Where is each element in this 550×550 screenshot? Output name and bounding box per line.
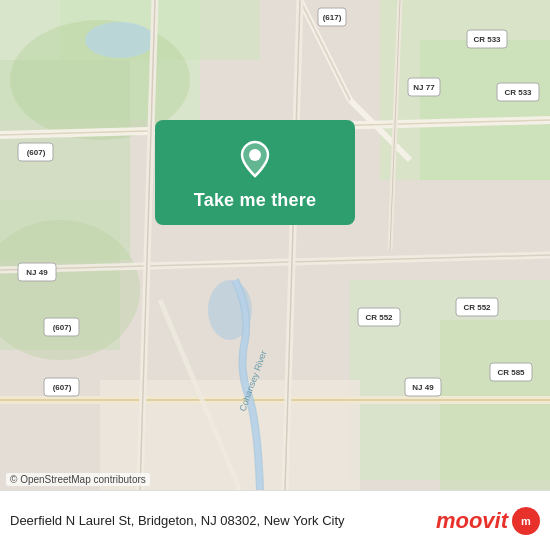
- bottom-left: Deerfield N Laurel St, Bridgeton, NJ 083…: [10, 513, 426, 528]
- moovit-icon: m: [512, 507, 540, 535]
- map-container: (617) CR 533 NJ 77 CR 533 (607) NJ 49 (6…: [0, 0, 550, 490]
- address-line: Deerfield N Laurel St, Bridgeton, NJ 083…: [10, 513, 426, 528]
- svg-text:CR 552: CR 552: [463, 303, 491, 312]
- map-credit: © OpenStreetMap contributors: [6, 473, 150, 486]
- svg-text:(617): (617): [323, 13, 342, 22]
- svg-text:(607): (607): [53, 323, 72, 332]
- svg-point-55: [249, 149, 261, 161]
- svg-point-11: [85, 22, 155, 58]
- location-pin-icon: [234, 138, 276, 180]
- take-me-there-button[interactable]: Take me there: [155, 120, 355, 225]
- svg-rect-6: [420, 40, 550, 180]
- svg-text:CR 585: CR 585: [497, 368, 525, 377]
- svg-text:NJ 49: NJ 49: [26, 268, 48, 277]
- svg-rect-10: [440, 320, 550, 490]
- svg-text:CR 533: CR 533: [504, 88, 532, 97]
- moovit-logo: moovit m: [436, 507, 540, 535]
- svg-text:m: m: [521, 515, 531, 527]
- bottom-bar: Deerfield N Laurel St, Bridgeton, NJ 083…: [0, 490, 550, 550]
- take-me-there-label: Take me there: [194, 190, 316, 211]
- svg-text:(607): (607): [53, 383, 72, 392]
- svg-text:(607): (607): [27, 148, 46, 157]
- svg-text:CR 533: CR 533: [473, 35, 501, 44]
- svg-text:NJ 49: NJ 49: [412, 383, 434, 392]
- svg-text:CR 552: CR 552: [365, 313, 393, 322]
- moovit-logo-text: moovit: [436, 508, 508, 534]
- svg-text:NJ 77: NJ 77: [413, 83, 435, 92]
